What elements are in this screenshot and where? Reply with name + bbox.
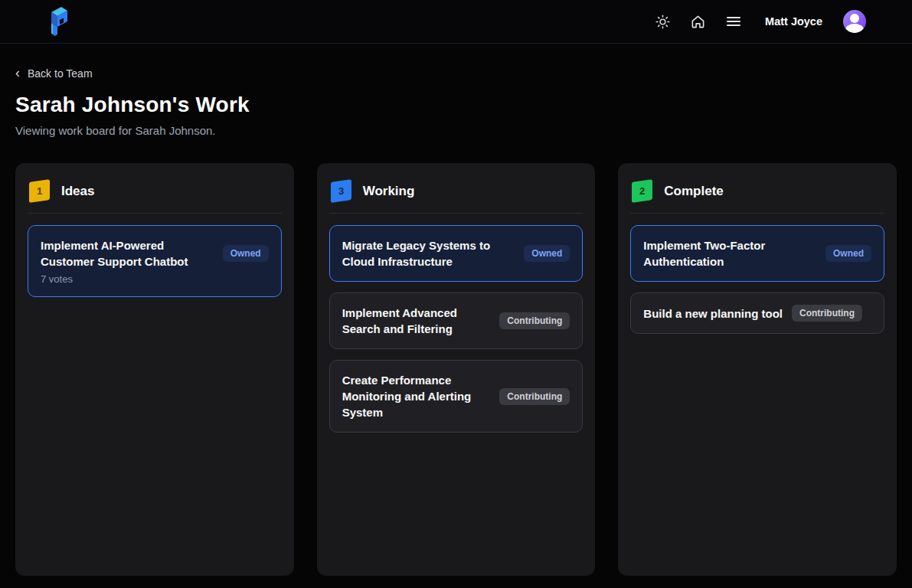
work-card[interactable]: Implement Advanced Search and FilteringC… <box>329 292 583 349</box>
card-title: Create Performance Monitoring and Alerti… <box>342 372 491 420</box>
card-row: Implement Two-Factor AuthenticationOwned <box>643 237 871 270</box>
work-card[interactable]: Implement AI-Powered Customer Support Ch… <box>28 225 282 297</box>
column-header: 3Working <box>331 181 582 201</box>
card-row: Implement Advanced Search and FilteringC… <box>342 305 570 337</box>
column-header: 2Complete <box>632 181 883 201</box>
column-divider <box>630 213 884 214</box>
column-divider <box>329 213 583 214</box>
card-title: Implement Two-Factor Authentication <box>643 237 816 270</box>
column-title: Ideas <box>61 184 94 199</box>
back-to-team-link[interactable]: ‹ Back to Team <box>15 67 93 80</box>
board-column-working: 3WorkingMigrate Legacy Systems to Cloud … <box>317 163 596 576</box>
column-count: 1 <box>37 185 42 197</box>
chevron-left-icon: ‹ <box>15 66 20 80</box>
ownership-badge: Contributing <box>499 312 570 329</box>
work-card[interactable]: Implement Two-Factor AuthenticationOwned <box>630 225 884 282</box>
column-count-badge: 3 <box>331 179 351 203</box>
work-board: 1IdeasImplement AI-Powered Customer Supp… <box>15 163 897 576</box>
card-list: Implement AI-Powered Customer Support Ch… <box>28 225 282 297</box>
user-avatar[interactable] <box>843 10 866 33</box>
column-count: 3 <box>338 185 344 197</box>
work-card[interactable]: Migrate Legacy Systems to Cloud Infrastr… <box>329 225 583 282</box>
ownership-badge: Contributing <box>499 388 570 405</box>
navbar-actions: Matt Joyce <box>655 10 866 33</box>
top-navbar: Matt Joyce <box>0 0 912 44</box>
avatar-person-icon <box>850 14 859 23</box>
back-link-label: Back to Team <box>28 67 93 80</box>
page-subtitle: Viewing work board for Sarah Johnson. <box>15 124 897 137</box>
column-header: 1Ideas <box>29 181 280 201</box>
user-name: Matt Joyce <box>765 15 822 28</box>
card-title: Build a new planning tool <box>643 305 783 322</box>
card-row: Implement AI-Powered Customer Support Ch… <box>41 237 269 270</box>
page-content: ‹ Back to Team Sarah Johnson's Work View… <box>0 44 912 576</box>
logo-icon <box>46 5 72 38</box>
ownership-badge: Owned <box>825 245 871 262</box>
page-title: Sarah Johnson's Work <box>15 93 897 117</box>
card-row: Create Performance Monitoring and Alerti… <box>342 372 570 420</box>
card-row: Build a new planning toolContributing <box>643 305 871 322</box>
card-list: Implement Two-Factor AuthenticationOwned… <box>630 225 884 334</box>
ownership-badge: Owned <box>223 245 269 262</box>
board-column-complete: 2CompleteImplement Two-Factor Authentica… <box>618 163 897 576</box>
theme-toggle-icon[interactable] <box>655 15 670 29</box>
work-card[interactable]: Create Performance Monitoring and Alerti… <box>329 360 583 433</box>
column-count: 2 <box>639 185 645 197</box>
card-title: Migrate Legacy Systems to Cloud Infrastr… <box>342 237 515 270</box>
column-count-badge: 1 <box>29 179 50 203</box>
ownership-badge: Owned <box>524 245 570 262</box>
card-title: Implement Advanced Search and Filtering <box>342 305 491 337</box>
column-title: Working <box>363 184 415 199</box>
board-column-ideas: 1IdeasImplement AI-Powered Customer Supp… <box>15 163 294 576</box>
column-count-badge: 2 <box>632 179 652 203</box>
column-title: Complete <box>664 184 723 199</box>
menu-icon[interactable] <box>726 15 741 28</box>
work-card[interactable]: Build a new planning toolContributing <box>630 292 884 334</box>
column-divider <box>28 213 282 214</box>
card-row: Migrate Legacy Systems to Cloud Infrastr… <box>342 237 570 270</box>
ownership-badge: Contributing <box>792 305 862 322</box>
home-icon[interactable] <box>691 15 705 29</box>
card-title: Implement AI-Powered Customer Support Ch… <box>41 237 214 270</box>
vote-count: 7 votes <box>41 273 269 285</box>
card-list: Migrate Legacy Systems to Cloud Infrastr… <box>329 225 583 433</box>
app-logo[interactable] <box>46 5 72 38</box>
